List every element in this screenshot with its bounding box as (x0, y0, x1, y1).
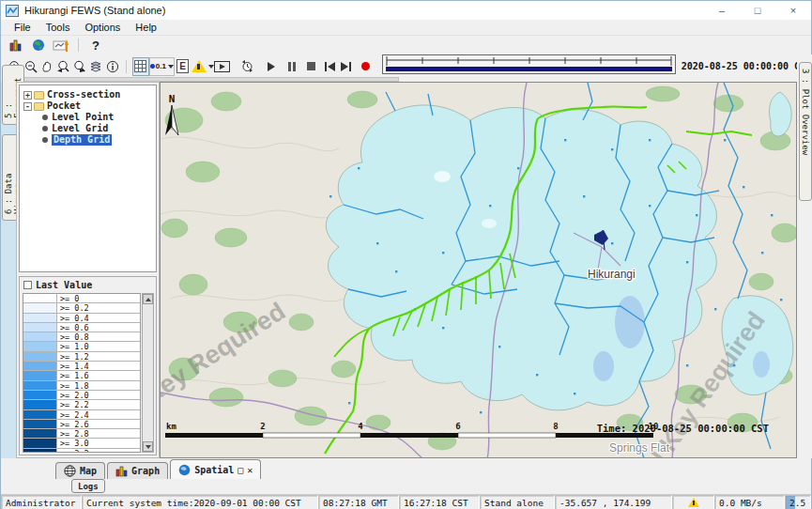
expand-icon[interactable]: + (23, 91, 32, 100)
close-button[interactable]: × (775, 1, 811, 20)
status-coordinates: -35.657 , 174.199 (555, 495, 672, 509)
zoom-previous-icon (56, 60, 70, 73)
tree-item-level-grid[interactable]: Level Grid (20, 123, 156, 134)
color-swatch (23, 362, 57, 370)
color-swatch (23, 391, 57, 399)
app-icon (6, 5, 19, 17)
tab-close-icon[interactable]: ✕ (247, 465, 253, 475)
status-bar: Administrator Current system time:2020-0… (1, 494, 811, 509)
color-swatch (23, 314, 57, 322)
step-back-button[interactable] (322, 57, 338, 76)
logs-button[interactable]: Logs (71, 479, 105, 493)
bullet-icon (42, 126, 48, 131)
folder-icon (34, 102, 44, 111)
color-swatch (23, 449, 57, 453)
tree-item-level-point[interactable]: Level Point (20, 112, 156, 123)
last-value-checkbox[interactable] (23, 281, 32, 289)
status-local-time: 16:27:18 CST (399, 495, 480, 509)
stop-icon (307, 62, 315, 70)
menu-options[interactable]: Options (77, 21, 128, 34)
tab-plot-overview[interactable]: 3 : Plot Overview (799, 62, 812, 201)
legend-row: >= 1.2 (23, 352, 140, 362)
export-animation-button[interactable] (239, 57, 255, 76)
spatial-chart-icon (53, 39, 69, 53)
fews-window: Hikurangi FEWS (Stand alone) – □ × File … (0, 0, 812, 509)
legend-row: >= 1.4 (23, 362, 140, 371)
legend-scrollbar[interactable] (142, 293, 154, 453)
legend-row: >= 2.8 (23, 429, 140, 439)
help-button[interactable]: ? (84, 37, 107, 54)
menu-tools[interactable]: Tools (38, 21, 78, 34)
tab-graph-label: Graph (131, 466, 160, 476)
map-display-button[interactable] (27, 37, 50, 54)
pan-button[interactable] (39, 57, 55, 76)
color-swatch (23, 342, 57, 350)
color-swatch (23, 429, 57, 438)
spatial-display-button[interactable] (50, 37, 72, 54)
legend-row: >= 1.0 (23, 342, 140, 351)
scroll-up-icon[interactable] (146, 298, 151, 301)
graph-display-button[interactable] (5, 37, 27, 54)
tab-map[interactable]: Map (55, 462, 105, 479)
export-timer-icon (240, 59, 254, 73)
point-label-value: 0.1 (156, 62, 166, 70)
status-warning[interactable] (672, 495, 714, 509)
collapse-icon[interactable]: - (23, 102, 32, 111)
map-view[interactable]: API Key Required API Key Required Hikura… (160, 82, 797, 458)
tree-item-cross-section[interactable]: + Cross-section (20, 89, 156, 100)
play-icon (268, 62, 275, 71)
legend-row: >= 2.2 (23, 400, 140, 409)
tab-maximize-icon[interactable]: □ (237, 465, 243, 475)
main-toolbar: ? (1, 36, 811, 54)
record-button[interactable] (358, 57, 374, 76)
play-button[interactable] (264, 57, 280, 76)
minimize-button[interactable]: – (704, 1, 740, 20)
zoom-previous-button[interactable] (55, 57, 71, 76)
menu-file[interactable]: File (7, 21, 38, 34)
legend-row: >= 3.2 (23, 449, 140, 453)
status-data-rate: 0.0 MB/s (714, 495, 785, 509)
color-swatch (23, 381, 57, 390)
warning-icon (192, 60, 207, 72)
stop-button[interactable] (303, 57, 319, 76)
color-swatch (23, 400, 57, 409)
record-icon (361, 62, 370, 70)
logs-row: Logs (1, 479, 811, 494)
legend-row: >= 2.0 (23, 391, 140, 400)
legend-table: >= 0 >= 0.2 >= 0.4 >= 0.6 >= 0.8 >= 1.0 … (23, 293, 141, 453)
zoom-out-icon (24, 60, 38, 73)
tab-spatial-label: Spatial (194, 465, 234, 475)
tab-graph[interactable]: Graph (107, 462, 168, 479)
color-swatch (23, 294, 57, 302)
grid-layer-button[interactable] (132, 57, 149, 76)
left-tab-strip: 5 : Forecast 6 : Data Viewer (1, 82, 16, 458)
time-slider[interactable] (382, 54, 676, 78)
thresholds-dropdown[interactable] (191, 57, 214, 76)
town-label: Hikurangi (588, 268, 636, 281)
scroll-down-icon[interactable] (146, 445, 151, 449)
animation-button[interactable] (214, 57, 230, 76)
bullet-icon (42, 137, 48, 143)
status-memory[interactable]: 2.5 GB (785, 495, 811, 509)
area-label: Springs Flat (609, 441, 670, 455)
svg-text:10: 10 (649, 422, 659, 431)
color-swatch (23, 371, 57, 379)
status-mode: Stand alone (480, 495, 555, 509)
tree-item-pocket[interactable]: - Pocket (20, 100, 156, 112)
maximize-button[interactable]: □ (740, 1, 775, 20)
color-swatch (23, 439, 57, 447)
tree-item-depth-grid[interactable]: Depth Grid (20, 134, 156, 146)
point-label-dropdown[interactable]: 0.1 (149, 57, 175, 76)
svg-text:4: 4 (358, 422, 363, 431)
zoom-out-button[interactable] (23, 57, 38, 76)
info-button[interactable] (104, 57, 120, 76)
legend-toggle-button[interactable]: E (175, 57, 191, 76)
legend-row: >= 0.4 (23, 314, 140, 323)
layers-button[interactable] (88, 57, 104, 76)
pause-button[interactable] (283, 57, 299, 76)
step-forward-button[interactable] (338, 57, 354, 76)
menu-help[interactable]: Help (128, 21, 164, 34)
tab-spatial[interactable]: Spatial □ ✕ (170, 459, 261, 479)
zoom-next-button[interactable] (71, 57, 87, 76)
svg-text:N: N (169, 93, 176, 105)
